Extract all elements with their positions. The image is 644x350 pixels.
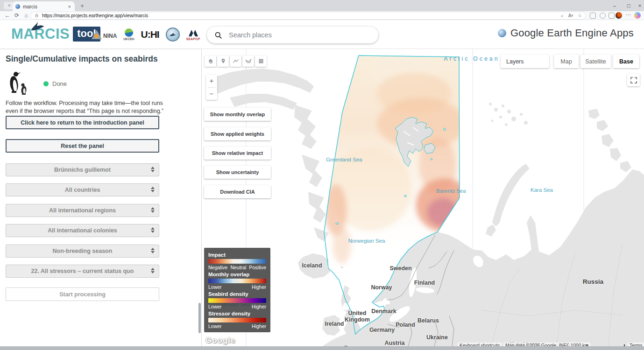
rectangle-icon xyxy=(257,57,265,65)
map-type-satellite-button[interactable]: Satellite xyxy=(580,55,611,68)
polyline-tool-button[interactable] xyxy=(230,56,241,67)
marcis-logo: MARCIS tool xyxy=(11,25,100,43)
home-icon[interactable]: ⌂ xyxy=(22,12,30,19)
seapop-bird-icon xyxy=(188,29,199,37)
tab-favicon-icon xyxy=(15,4,20,9)
species-select[interactable]: Brünnichs guillemot xyxy=(6,163,159,176)
show-applied-weights-button[interactable]: Show applied weights xyxy=(204,127,271,140)
browser-essentials-icon[interactable] xyxy=(590,13,596,19)
screenshot-icon[interactable] xyxy=(609,13,615,19)
search-icon xyxy=(214,31,222,39)
colony-select[interactable]: All international colonies xyxy=(6,224,159,237)
new-tab-button[interactable]: + xyxy=(78,2,86,10)
marcis-bird-icon xyxy=(29,21,45,31)
tab-close-icon[interactable]: × xyxy=(67,4,72,9)
app-window: ˅ marcis × + – ▢ × ← ⟳ ⌂ https://marcis.… xyxy=(0,0,644,350)
marker-icon xyxy=(219,57,227,65)
season-select[interactable]: Non-breeding season xyxy=(6,245,159,258)
status-row: Done xyxy=(43,80,67,87)
zoom-page-icon[interactable]: ⌕ xyxy=(561,13,564,19)
return-intro-button[interactable]: Click here to return to the introduction… xyxy=(6,116,159,129)
map-type-base-button[interactable]: Base xyxy=(613,55,639,68)
url-text: https://marcis.projects.earthengine.app/… xyxy=(42,13,556,18)
keyboard-shortcuts-link[interactable]: Keyboard shortcuts xyxy=(458,343,502,346)
legend-gradient-overlap xyxy=(208,279,266,283)
extensions-icon[interactable] xyxy=(600,13,606,19)
window-close-button[interactable]: × xyxy=(633,0,644,11)
seatrack-bird-icon xyxy=(169,32,177,37)
status-badge: Done xyxy=(52,80,67,87)
window-minimize-button[interactable]: – xyxy=(608,0,622,11)
search-places-box xyxy=(207,27,378,43)
map-legend: Impact Negative Neutral Positive Monthly… xyxy=(204,248,270,332)
browser-tabstrip: ˅ marcis × + – ▢ × xyxy=(0,0,644,11)
select-arrows-icon xyxy=(151,207,155,213)
zoom-out-button[interactable]: − xyxy=(206,88,217,100)
show-relative-impact-button[interactable]: Show relative impact xyxy=(204,147,271,160)
map-data-attribution: Map data ©2026 Google, INEGI xyxy=(503,343,573,346)
refresh-icon[interactable]: ⟳ xyxy=(13,12,21,19)
rectangle-tool-button[interactable] xyxy=(255,56,267,67)
select-arrows-icon xyxy=(151,167,155,172)
window-bottom-edge xyxy=(0,346,644,350)
polyline-icon xyxy=(232,57,240,65)
gee-branding: Google Earth Engine Apps xyxy=(498,27,634,39)
favorite-star-icon[interactable]: ☆ xyxy=(578,13,582,18)
browser-menu-icon[interactable]: ⋯ xyxy=(626,12,631,18)
guillemot-image xyxy=(6,69,30,96)
terms-link[interactable]: Terms xyxy=(628,343,644,346)
show-monthly-overlap-button[interactable]: Show monthly overlap xyxy=(204,108,271,121)
earth-engine-icon xyxy=(498,29,506,37)
page-title: Single/Cumulative impacts on seabirds xyxy=(6,54,192,64)
select-arrows-icon xyxy=(151,187,155,192)
reset-panel-button[interactable]: Reset the panel xyxy=(6,139,159,153)
select-arrows-icon xyxy=(151,248,155,253)
zoom-in-button[interactable]: + xyxy=(206,75,217,87)
panel-scrollbar[interactable] xyxy=(198,303,201,333)
polygon-tool-button[interactable] xyxy=(242,56,254,67)
stressor-select[interactable]: 22. All stressors – current status quo xyxy=(6,265,159,278)
download-cia-button[interactable]: Download CIA xyxy=(204,185,271,198)
status-dot-icon xyxy=(43,81,49,86)
url-bar[interactable]: https://marcis.projects.earthengine.app/… xyxy=(31,12,586,19)
workflow-description: Follow the workflow. Processing may take… xyxy=(6,99,195,116)
workflow-panel: Single/Cumulative impacts on seabirds Do… xyxy=(0,49,202,346)
read-aloud-icon[interactable]: Aᵃ xyxy=(568,13,573,18)
show-uncertainty-button[interactable]: Show uncertainty xyxy=(204,166,271,179)
legend-title: Impact xyxy=(208,252,266,258)
map-type-map-button[interactable]: Map xyxy=(554,55,579,68)
pan-tool-button[interactable] xyxy=(205,56,216,67)
legend-title: Stressor density xyxy=(208,311,266,316)
country-select[interactable]: All countries xyxy=(6,183,159,196)
start-processing-button[interactable]: Start processing xyxy=(6,287,159,301)
select-arrows-icon xyxy=(151,268,155,273)
legend-title: Monthly overlap xyxy=(208,272,266,277)
ukceh-globe-icon xyxy=(125,28,133,37)
browser-tab[interactable]: marcis × xyxy=(13,1,75,11)
nina-logo: NINA xyxy=(92,30,117,39)
seapop-logo: SEAPOP xyxy=(186,29,200,41)
gee-title: Google Earth Engine Apps xyxy=(510,27,634,39)
seatrack-logo xyxy=(166,28,180,42)
nina-triangle-icon xyxy=(92,30,102,39)
zoom-control: + − xyxy=(206,75,217,100)
back-icon[interactable]: ← xyxy=(4,12,11,19)
polygon-icon xyxy=(245,57,252,65)
google-watermark: Google xyxy=(205,336,236,345)
search-input[interactable] xyxy=(229,31,360,39)
map-canvas[interactable]: Arctic OceanGreenland SeaBarents SeaKara… xyxy=(202,49,644,346)
hand-icon xyxy=(207,57,214,65)
legend-title: Seabird density xyxy=(208,291,266,297)
legend-gradient-stressor xyxy=(208,318,266,322)
fullscreen-icon xyxy=(630,77,637,84)
marker-tool-button[interactable] xyxy=(217,56,229,67)
partner-logos: NINA UKCEH U:HI SEAPOP xyxy=(92,24,200,45)
profile-avatar[interactable] xyxy=(616,12,622,19)
copilot-icon[interactable] xyxy=(634,12,641,19)
fullscreen-button[interactable] xyxy=(627,74,640,86)
layers-panel[interactable]: Layers xyxy=(501,55,549,68)
region-select[interactable]: All international regions xyxy=(6,204,159,217)
uhi-logo: U:HI xyxy=(141,29,159,40)
select-arrows-icon xyxy=(151,227,155,233)
site-info-icon xyxy=(35,14,39,18)
